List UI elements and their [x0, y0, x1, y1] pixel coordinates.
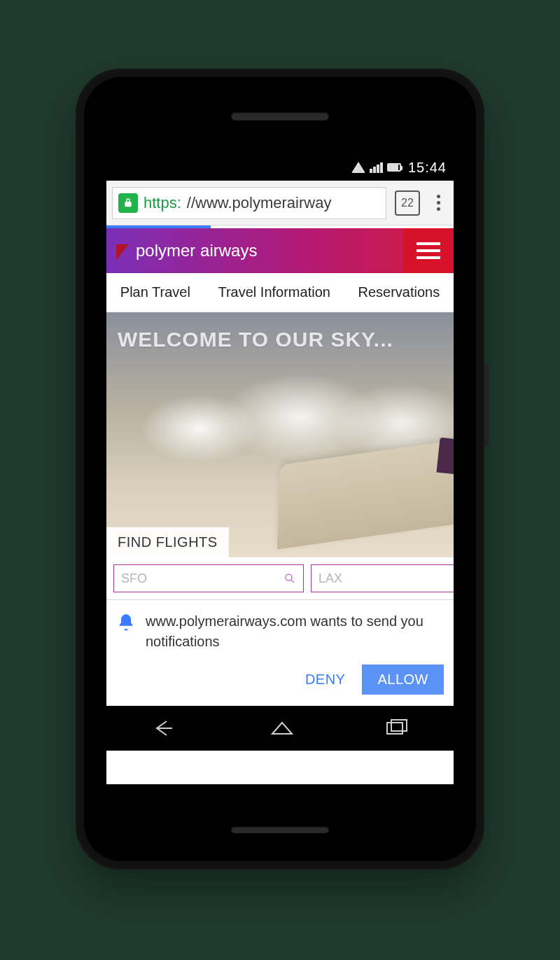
power-button — [484, 363, 489, 447]
bottom-speaker — [231, 826, 329, 833]
find-flights-tab[interactable]: FIND FLIGHTS — [106, 527, 229, 557]
tabs-button[interactable]: 22 — [395, 190, 420, 216]
browser-toolbar: https: //www.polymerairway 22 — [106, 181, 454, 225]
notification-permission-prompt: www.polymerairways.com wants to send you… — [106, 600, 454, 659]
bell-icon — [116, 613, 136, 632]
hero-title: WELCOME TO OUR SKY... — [118, 328, 442, 352]
status-clock: 15:44 — [408, 160, 447, 176]
home-icon[interactable] — [268, 718, 296, 738]
phone-frame: 15:44 https: //www.polymerairway 22 — [76, 69, 484, 870]
battery-icon — [387, 163, 401, 172]
lock-icon — [118, 193, 138, 213]
to-input[interactable] — [318, 571, 454, 586]
url-rest: //www.polymerairway — [187, 194, 332, 212]
permission-actions: DENY ALLOW — [106, 659, 454, 706]
svg-rect-4 — [387, 723, 402, 734]
search-icon — [284, 572, 296, 585]
to-field[interactable] — [311, 564, 454, 592]
android-nav-bar — [106, 706, 454, 751]
android-status-bar: 15:44 — [106, 154, 454, 181]
nav-reservations[interactable]: Reservations — [352, 284, 445, 300]
allow-button[interactable]: ALLOW — [362, 665, 444, 695]
app-header: polymer airways — [106, 228, 454, 273]
back-icon[interactable] — [151, 718, 179, 738]
permission-text: www.polymerairways.com wants to send you… — [146, 611, 444, 652]
recents-icon[interactable] — [385, 719, 409, 737]
deny-button[interactable]: DENY — [301, 665, 350, 695]
url-scheme: https: — [144, 194, 181, 212]
svg-rect-5 — [391, 720, 407, 731]
wifi-icon — [351, 162, 365, 173]
nav-plan-travel[interactable]: Plan Travel — [115, 284, 196, 300]
hero-winglet — [436, 438, 454, 475]
screen: 15:44 https: //www.polymerairway 22 — [106, 154, 454, 784]
tabs-count: 22 — [401, 197, 414, 209]
flight-search-row — [106, 557, 454, 600]
earpiece — [231, 112, 329, 120]
brand-title: polymer airways — [136, 241, 257, 260]
svg-line-1 — [291, 580, 294, 583]
overflow-menu-icon[interactable] — [428, 195, 448, 211]
cell-signal-icon — [370, 162, 383, 173]
hamburger-icon — [416, 242, 440, 259]
nav-travel-information[interactable]: Travel Information — [212, 284, 335, 300]
from-field[interactable] — [113, 564, 304, 592]
hero: WELCOME TO OUR SKY... FIND FLIGHTS — [106, 312, 454, 557]
svg-point-0 — [286, 574, 292, 580]
primary-nav: Plan Travel Travel Information Reservati… — [106, 273, 454, 312]
menu-button[interactable] — [403, 228, 454, 273]
from-input[interactable] — [121, 571, 284, 586]
brand-logo-icon — [116, 244, 129, 260]
address-bar[interactable]: https: //www.polymerairway — [112, 187, 386, 219]
